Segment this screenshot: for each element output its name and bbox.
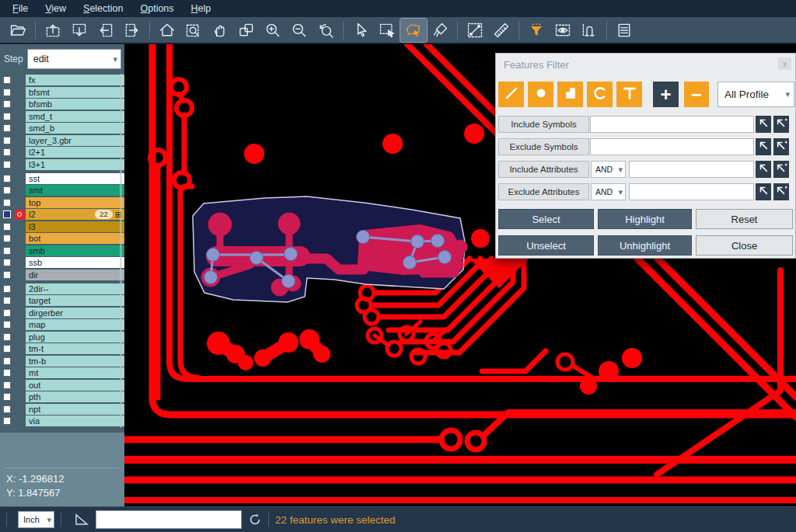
layer-visibility-checkbox[interactable] [0, 123, 13, 134]
checkbox-unchecked[interactable] [3, 271, 11, 279]
checkbox-unchecked[interactable] [3, 297, 11, 304]
exclude-attributes-input[interactable] [629, 183, 754, 200]
checkbox-unchecked[interactable] [3, 148, 11, 156]
layer-visibility-checkbox[interactable] [0, 367, 13, 378]
brush-button[interactable] [427, 19, 453, 42]
menu-view[interactable]: View [37, 2, 74, 16]
layer-visibility-checkbox[interactable] [0, 343, 13, 354]
pick-add-button[interactable] [773, 116, 789, 133]
refresh-icon[interactable] [248, 513, 262, 527]
pick-add-button[interactable] [773, 161, 789, 178]
pan-hand-button[interactable] [207, 19, 233, 42]
layer-name-bfsmb[interactable]: bfsmb [26, 99, 124, 110]
step-dropdown[interactable]: edit ▾ [27, 49, 121, 69]
layer-visibility-checkbox[interactable] [0, 233, 13, 244]
active-layer-indicator-cell[interactable] [13, 123, 26, 134]
layer-name-l2[interactable]: l222⊞ [26, 209, 124, 220]
layer-visibility-checkbox[interactable] [0, 75, 13, 85]
active-layer-indicator-cell[interactable] [13, 404, 26, 415]
layer-visibility-checkbox[interactable] [0, 404, 13, 415]
layer-visibility-checkbox[interactable] [0, 319, 13, 330]
command-input[interactable] [96, 510, 242, 529]
checkbox-unchecked[interactable] [3, 285, 11, 293]
add-filter-button[interactable]: + [653, 82, 679, 107]
profile-dropdown[interactable]: All Profile ▾ [717, 82, 794, 107]
checkbox-unchecked[interactable] [3, 333, 11, 341]
layer-visibility-checkbox[interactable] [0, 221, 13, 232]
layer-visibility-checkbox[interactable] [0, 391, 13, 402]
exclude-symbols-button[interactable]: Exclude Symbols [498, 138, 589, 155]
layer-name-via[interactable]: via [26, 416, 124, 426]
reset-button[interactable]: Reset [696, 209, 793, 229]
layer-name-ssb[interactable]: ssb [26, 257, 124, 268]
layer-visibility-checkbox[interactable] [0, 185, 13, 196]
layer-name-smt[interactable]: smt [26, 185, 124, 196]
layer-visibility-checkbox[interactable] [0, 356, 13, 367]
layer-name-top[interactable]: top [26, 197, 124, 208]
close-button[interactable]: Close [696, 235, 793, 256]
measure-line-button[interactable] [462, 19, 488, 42]
pan-right-button[interactable] [119, 19, 145, 42]
line-feature-button[interactable] [498, 82, 524, 107]
active-layer-indicator-cell[interactable] [13, 221, 26, 232]
checkbox-unchecked[interactable] [3, 137, 11, 144]
layer-name-l3[interactable]: l3 [26, 221, 124, 232]
active-layer-indicator-cell[interactable] [13, 269, 26, 280]
layer-name-out[interactable]: out [26, 380, 124, 391]
layer-name-target[interactable]: target [26, 295, 124, 306]
checkbox-unchecked[interactable] [3, 357, 11, 365]
pick-from-screen-button[interactable] [756, 116, 771, 133]
active-layer-indicator-cell[interactable] [13, 257, 26, 268]
checkbox-unchecked[interactable] [3, 186, 11, 194]
layer-visibility-checkbox[interactable] [0, 257, 13, 268]
layer-visibility-checkbox[interactable] [0, 87, 13, 98]
and-or-dropdown[interactable]: AND▾ [591, 161, 626, 178]
active-layer-indicator-cell[interactable] [13, 308, 26, 318]
pan-left-button[interactable] [93, 19, 119, 42]
checkbox-unchecked[interactable] [3, 124, 11, 132]
checkbox-unchecked[interactable] [3, 417, 11, 425]
and-or-dropdown[interactable]: AND▾ [591, 183, 626, 200]
layer-name-2dir--[interactable]: 2dir-- [26, 283, 124, 294]
pad-feature-button[interactable] [528, 82, 553, 107]
checkbox-unchecked[interactable] [3, 235, 11, 242]
home-view-button[interactable] [154, 19, 180, 42]
checkbox-unchecked[interactable] [3, 113, 11, 120]
active-layer-indicator-cell[interactable] [13, 391, 26, 402]
include-attributes-button[interactable]: Include Attributes [498, 161, 589, 178]
layer-visibility-checkbox[interactable] [0, 416, 13, 426]
active-layer-indicator-cell[interactable] [13, 185, 26, 196]
pan-up-button[interactable] [40, 19, 66, 42]
checkbox-unchecked[interactable] [3, 381, 11, 389]
include-symbols-button[interactable]: Include Symbols [498, 116, 589, 133]
active-layer-indicator-cell[interactable] [13, 283, 26, 294]
active-layer-indicator-cell[interactable] [13, 295, 26, 306]
layer-name-dirgerber[interactable]: dirgerber [26, 308, 124, 318]
layer-visibility-checkbox[interactable] [0, 147, 13, 158]
layer-visibility-checkbox[interactable] [0, 111, 13, 122]
checkbox-unchecked[interactable] [3, 175, 11, 183]
checkbox-unchecked[interactable] [3, 309, 11, 317]
layer-name-npt[interactable]: npt [26, 404, 124, 415]
checkbox-unchecked[interactable] [3, 259, 11, 266]
layer-visibility-checkbox[interactable] [0, 269, 13, 280]
checkbox-unchecked[interactable] [3, 100, 11, 108]
layer-name-smb[interactable]: smb [26, 245, 124, 256]
layer-name-dir[interactable]: dir [26, 269, 124, 280]
layer-visibility-checkbox[interactable] [0, 173, 13, 184]
pick-from-screen-button[interactable] [756, 183, 771, 200]
active-layer-indicator-cell[interactable] [13, 111, 26, 122]
layer-name-l3+1[interactable]: l3+1 [26, 159, 124, 170]
active-layer-indicator-cell[interactable] [13, 87, 26, 98]
menu-file[interactable]: File [5, 2, 36, 16]
layer-name-sst[interactable]: sst [26, 173, 124, 184]
layer-name-layer_3.gbr[interactable]: layer_3.gbr [26, 135, 124, 146]
pick-from-screen-button[interactable] [756, 138, 771, 155]
select-rectangle-button[interactable] [374, 19, 400, 42]
pick-from-screen-button[interactable] [756, 161, 771, 178]
layer-name-tm-b[interactable]: tm-b [26, 356, 124, 367]
layer-name-l2+1[interactable]: l2+1 [26, 147, 124, 158]
active-layer-indicator-cell[interactable] [13, 197, 26, 208]
layer-name-smd_t[interactable]: smd_t [26, 111, 124, 122]
unselect-button[interactable]: Unselect [498, 235, 594, 256]
